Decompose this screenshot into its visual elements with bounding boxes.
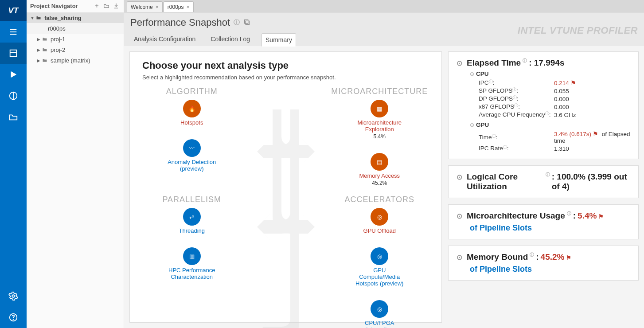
- page-title-text: Performance Snapshot: [130, 17, 230, 28]
- folder-icon: [42, 47, 49, 53]
- analysis-hotspots[interactable]: 🔥Hotspots: [168, 100, 216, 126]
- info-icon[interactable]: ⓘ: [530, 252, 534, 258]
- rail-compare-icon[interactable]: [0, 85, 27, 106]
- group-title: PARALLELISM: [142, 195, 242, 204]
- analysis-microarchitecture-exploration[interactable]: ▦Microarchitecture Exploration5.4%: [355, 100, 404, 140]
- content-area: Choose your next analysis type Select a …: [124, 46, 644, 328]
- rail-project-icon[interactable]: [0, 43, 27, 64]
- info-icon[interactable]: ⓘ: [567, 211, 571, 217]
- chevron-icon[interactable]: ⊙: [457, 59, 462, 67]
- analysis-memory-access[interactable]: ▤Memory Access45.2%: [355, 153, 404, 186]
- project-navigator: Project Navigator ＋ ▼ false_sharing r000…: [27, 0, 124, 328]
- analysis-icon: ◎: [371, 300, 388, 318]
- chevron-icon[interactable]: ⊙: [457, 173, 462, 181]
- cpu-section: ⊙CPU IPCⓘ:0.214⚑SP GFLOPSⓘ:0.055DP GFLOP…: [470, 70, 630, 119]
- card-value: : 100.0% (3.999 out of 4): [552, 172, 630, 191]
- section-header-gpu[interactable]: ⊙GPU: [470, 121, 630, 128]
- metric-value: 0.055: [554, 88, 569, 94]
- tree-item-proj-1[interactable]: ▶ proj-1: [27, 34, 124, 44]
- rail-play-icon[interactable]: [0, 64, 27, 85]
- svg-rect-11: [246, 21, 249, 24]
- analysis-label: Hotspots: [168, 119, 216, 126]
- metric-row: DP GFLOPSⓘ:0.000: [470, 95, 630, 103]
- rail-settings-icon[interactable]: [0, 285, 27, 307]
- analysis-icon: ▥: [183, 247, 201, 265]
- analysis-label: HPC Performance Characterization: [168, 267, 216, 280]
- card-title: ⊙Microarchitecture Usageⓘ: 5.4% ⚑: [457, 211, 630, 221]
- card-prefix: Microarchitecture Usage: [467, 211, 565, 221]
- metric-key: DP GFLOPSⓘ:: [479, 95, 554, 102]
- analysis-cpu-fpga-interaction[interactable]: ◎CPU/FPGA Interaction: [355, 300, 404, 328]
- subtab-summary[interactable]: Summary: [262, 33, 296, 47]
- card-value: :: [573, 211, 576, 221]
- tree-expand-icon[interactable]: ▶: [35, 58, 42, 63]
- subtab-label: Collection Log: [211, 35, 250, 43]
- folder-icon: [35, 15, 43, 21]
- subtab-analysis-config[interactable]: Analysis Configuration: [130, 33, 199, 46]
- card-title-prefix: Elapsed Time: [467, 58, 521, 68]
- tab-r000ps[interactable]: r000ps×: [164, 1, 194, 12]
- analysis-anomaly-detection-preview-[interactable]: 〰Anomaly Detection (preview): [168, 139, 216, 172]
- tab-welcome[interactable]: Welcome×: [127, 1, 163, 12]
- rail-help-icon[interactable]: [0, 307, 27, 328]
- info-icon[interactable]: ⓘ: [546, 172, 550, 178]
- analysis-gpu-compute-media-hotspots-preview-[interactable]: ◎GPU Compute/Media Hotspots (preview): [355, 247, 404, 287]
- app-logo: VT: [0, 0, 27, 21]
- card-link[interactable]: of Pipeline Slots: [470, 265, 532, 273]
- nav-import-icon[interactable]: [112, 2, 120, 10]
- card-title: ⊙Logical Core Utilizationⓘ: 100.0% (3.99…: [457, 172, 630, 191]
- chevron-icon[interactable]: ⊙: [457, 253, 462, 262]
- card-prefix: Memory Bound: [467, 252, 528, 262]
- tree-expand-icon[interactable]: ▼: [29, 16, 35, 20]
- close-icon[interactable]: ×: [156, 4, 159, 10]
- chevron-icon[interactable]: ⊙: [457, 212, 462, 220]
- analysis-gpu-offload[interactable]: ◎GPU Offload: [355, 208, 404, 234]
- metric-row: x87 GFLOPSⓘ:0.000: [470, 103, 630, 111]
- nav-folder-icon[interactable]: [102, 2, 110, 10]
- analysis-hpc-performance-characterization[interactable]: ▥HPC Performance Characterization: [168, 247, 216, 280]
- card-title: ⊙Memory Boundⓘ: 45.2% ⚑: [457, 252, 630, 262]
- copy-icon[interactable]: [243, 19, 250, 27]
- tree-item-sample-matrix[interactable]: ▶ sample (matrix): [27, 55, 124, 66]
- flag-icon: ⚑: [566, 254, 571, 261]
- svg-rect-12: [245, 20, 248, 23]
- tree-item-proj-2[interactable]: ▶ proj-2: [27, 44, 124, 55]
- analysis-icon: ▤: [371, 153, 388, 171]
- tree-expand-icon[interactable]: ▶: [35, 37, 42, 42]
- analysis-threading[interactable]: ⇄Threading: [168, 208, 216, 234]
- chevron-icon: ⊙: [470, 122, 474, 128]
- metric-value: 0.000: [554, 104, 569, 110]
- chevron-icon: ⊙: [470, 71, 474, 77]
- rail-open-icon[interactable]: [0, 106, 27, 128]
- card-title-value: : 17.994s: [529, 58, 564, 68]
- analysis-icon: ◎: [371, 247, 388, 265]
- page-header: Performance Snapshot ⓘ INTEL VTUNE PROFI…: [124, 12, 644, 46]
- section-header-cpu[interactable]: ⊙CPU: [470, 70, 630, 77]
- subtab-collection-log[interactable]: Collection Log: [207, 33, 254, 46]
- help-icon[interactable]: ⓘ: [234, 19, 240, 27]
- card-prefix: Logical Core Utilization: [467, 172, 544, 191]
- chooser-subtitle: Select a highlighted recommendation base…: [142, 74, 429, 81]
- tree-item-false-sharing[interactable]: ▼ false_sharing: [27, 12, 124, 23]
- tree-label: sample (matrix): [51, 57, 90, 64]
- tree-expand-icon[interactable]: ▶: [35, 47, 42, 52]
- svg-point-10: [13, 319, 14, 320]
- rail-menu-icon[interactable]: [0, 21, 27, 43]
- close-icon[interactable]: ×: [187, 4, 190, 10]
- nav-add-icon[interactable]: ＋: [93, 2, 101, 10]
- metric-tail: of Elapsed time: [554, 131, 630, 144]
- brand-watermark: INTEL VTUNE PROFILER: [518, 25, 638, 36]
- subtab-label: Summary: [265, 36, 292, 43]
- metric-value: 0.000: [554, 96, 569, 102]
- metric-row: Average CPU Frequencyⓘ:3.6 GHz: [470, 111, 630, 119]
- info-icon[interactable]: ⓘ: [523, 58, 527, 64]
- analysis-label: Microarchitecture Exploration: [355, 119, 404, 133]
- tree-item-r000ps[interactable]: r000ps: [27, 23, 124, 34]
- metric-key: IPCⓘ:: [479, 79, 554, 86]
- folder-icon: [42, 57, 49, 63]
- analysis-label: Threading: [168, 227, 216, 234]
- metric-value: 1.310: [554, 145, 569, 152]
- card-link[interactable]: of Pipeline Slots: [470, 223, 532, 232]
- analysis-label: GPU Offload: [355, 227, 404, 234]
- metric-value: 3.4% (0.617s)⚑ of Elapsed time: [554, 130, 630, 144]
